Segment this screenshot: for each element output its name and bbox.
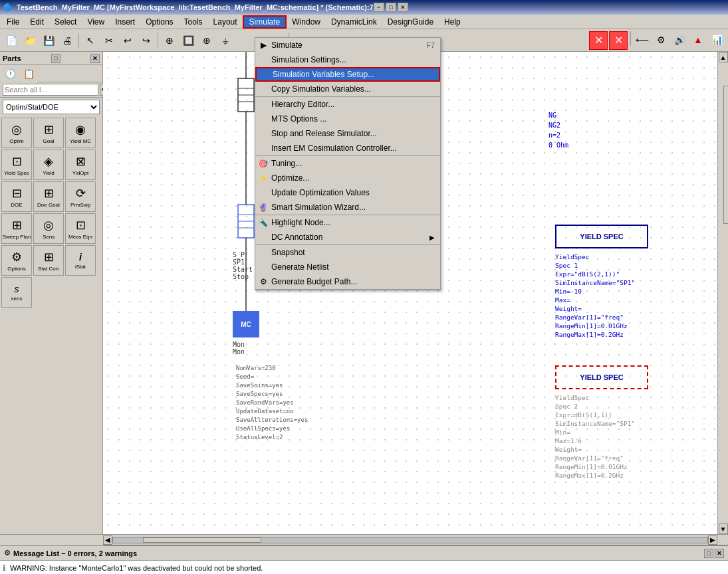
menu-designguide[interactable]: DesignGuide (382, 15, 439, 29)
hscroll-track[interactable] (112, 537, 708, 543)
menu-dynamiclink[interactable]: DynamicLink (326, 15, 382, 29)
doe-symbol: ⊟ (12, 186, 22, 201)
menu-hierarchy-editor[interactable]: Hierarchy Editor... (255, 97, 440, 112)
goal-label: Goal (43, 138, 55, 144)
scroll-down-button[interactable]: ▼ (719, 524, 728, 534)
menu-options[interactable]: Options (140, 15, 178, 29)
menu-simulation-variables[interactable]: Simulation Variables Setup... (255, 67, 440, 82)
right-scrollbar[interactable]: ▲ ▼ (717, 52, 728, 534)
parts-icon-yldopt[interactable]: ⊠ YldOpt (65, 149, 96, 180)
minimize-button[interactable]: − (374, 3, 384, 12)
parts-icon-goal[interactable]: ⊞ Goal (33, 118, 64, 148)
simulate-run-label: Simulate (271, 41, 303, 50)
sim-stop2-button[interactable]: ✕ (609, 31, 628, 50)
tb-btn-1[interactable]: ⟵ (634, 31, 651, 48)
budget-icon: ⚙ (258, 276, 269, 287)
redo-button[interactable]: ↪ (138, 32, 155, 49)
menu-select[interactable]: Select (49, 15, 82, 29)
menu-copy-sim-vars[interactable]: Copy Simulation Variables... (255, 82, 440, 96)
menu-view[interactable]: View (82, 15, 110, 29)
mts-options-label: MTS Options ... (271, 114, 326, 124)
horizontal-scrollbar: ◀ ▶ (0, 534, 728, 545)
parts-icon-yield-spec[interactable]: ⊡ Yield Spec (1, 149, 32, 180)
hscroll-thumb[interactable] (143, 537, 262, 543)
print-button[interactable]: 🖨 (59, 32, 76, 49)
maximize-button[interactable]: □ (386, 3, 396, 12)
mc-labels: MonMon (233, 341, 245, 355)
menu-tools[interactable]: Tools (179, 15, 208, 29)
ground-button[interactable]: ⏚ (217, 32, 234, 49)
parts-history-button[interactable]: 🕐 (1, 65, 19, 82)
parts-close-button[interactable]: ✕ (90, 54, 100, 63)
parts-icon-yield-mc[interactable]: ◉ Yield MC (65, 118, 96, 148)
yield-spec-1-box: YIELD SPEC (555, 225, 648, 248)
menu-file[interactable]: File (1, 15, 25, 29)
menu-insert[interactable]: Insert (110, 15, 140, 29)
menu-help[interactable]: Help (439, 15, 466, 29)
cut-button[interactable]: ✂ (100, 32, 118, 49)
scroll-right-button[interactable]: ▶ (708, 535, 717, 545)
menu-dc-annotation[interactable]: DC Annotation ▶ (255, 230, 440, 244)
tb-btn-4[interactable]: ▲ (689, 31, 707, 48)
parts-icon-prmswp[interactable]: ⟳ PrmSwp (65, 181, 96, 212)
save-button[interactable]: 💾 (40, 32, 57, 49)
parts-icon-sweep[interactable]: ⊞ Sweep Plan (1, 213, 32, 244)
insert-em-label: Insert EM Cosimulation Controller... (271, 144, 397, 153)
menu-edit[interactable]: Edit (25, 15, 49, 29)
label-ng: NG (548, 112, 556, 119)
yieldmc-label: Yield MC (70, 138, 91, 144)
menu-stop-release[interactable]: Stop and Release Simulator... (255, 126, 440, 141)
parts-icon-options[interactable]: ⚙ Options (1, 245, 32, 276)
parts-icon-istat[interactable]: i iStat (65, 245, 96, 276)
parts-search-input[interactable] (3, 84, 98, 96)
menu-generate-budget[interactable]: ⚙ Generate Budget Path... (255, 274, 440, 289)
scroll-up-button[interactable]: ▲ (719, 52, 728, 62)
parts-float-button[interactable]: □ (51, 54, 61, 63)
menu-snapshot[interactable]: Snapshot (255, 245, 440, 260)
tb-btn-5[interactable]: 📊 (708, 31, 725, 48)
scroll-left-button[interactable]: ◀ (103, 535, 112, 545)
menu-optimize[interactable]: ⚡ Optimize... (255, 171, 440, 185)
insert-wire-button[interactable]: ⊕ (161, 32, 178, 49)
parts-icon-yield[interactable]: ◈ Yield (33, 149, 64, 180)
menu-generate-netlist[interactable]: Generate Netlist (255, 260, 440, 274)
select-button[interactable]: ↖ (82, 32, 99, 49)
scroll-thumb-v[interactable] (723, 86, 729, 224)
parts-icon-meas[interactable]: ⊡ Meas Eqn (65, 213, 96, 244)
yieldspec-symbol: ⊡ (12, 154, 22, 169)
close-button[interactable]: ✕ (398, 3, 408, 12)
parts-category-dropdown[interactable]: Optim/Stat/DOE (3, 100, 100, 114)
menu-smart-sim[interactable]: 🔮 Smart Simulation Wizard... (255, 200, 440, 215)
open-button[interactable]: 📁 (21, 32, 39, 49)
msgbar-close-button[interactable]: ✕ (715, 549, 724, 558)
menu-simulate[interactable]: Simulate (243, 15, 287, 29)
parts-icon-sens[interactable]: ◎ Sens (33, 213, 64, 244)
msgbar-float-button[interactable]: □ (704, 549, 713, 558)
tb-btn-2[interactable]: ⚙ (652, 31, 669, 48)
menu-layout[interactable]: Layout (208, 15, 243, 29)
menu-window[interactable]: Window (287, 15, 326, 29)
new-button[interactable]: 📄 (3, 32, 20, 49)
menu-highlight-node[interactable]: 🔦 Highlight Node... (255, 215, 440, 230)
tb-btn-3[interactable]: 🔊 (671, 31, 688, 48)
parts-icon-stat-corr[interactable]: ⊞ Stat Corr (33, 245, 64, 276)
update-optim-label: Update Optimization Values (271, 188, 370, 197)
menu-insert-em[interactable]: Insert EM Cosimulation Controller... (255, 141, 440, 155)
insert-port-button[interactable]: ⊕ (198, 32, 215, 49)
menu-simulate-run[interactable]: ▶ Simulate F7 (255, 38, 440, 52)
simulate-run-icon: ▶ (258, 40, 269, 50)
menu-update-optim[interactable]: Update Optimization Values (255, 185, 440, 200)
menu-simulation-settings[interactable]: Simulation Settings... (255, 52, 440, 67)
sim-stop-button[interactable]: ✕ (589, 31, 608, 50)
parts-icon-optim[interactable]: ◎ Optim (1, 118, 32, 148)
undo-button[interactable]: ↩ (119, 32, 136, 49)
menu-tuning[interactable]: 🎯 Tuning... (255, 156, 440, 171)
parts-icon-doe[interactable]: ⊟ DOE (1, 181, 32, 212)
parts-list-button[interactable]: 📋 (20, 65, 37, 82)
insert-component-button[interactable]: 🔲 (180, 32, 197, 49)
info-icon: ℹ (3, 563, 6, 573)
menu-mts-options[interactable]: MTS Options ... (255, 112, 440, 126)
doegoal-symbol: ⊞ (44, 186, 54, 201)
parts-icon-sens2[interactable]: s sens (1, 277, 32, 308)
parts-icon-doe-goal[interactable]: ⊞ Doe Goal (33, 181, 64, 212)
